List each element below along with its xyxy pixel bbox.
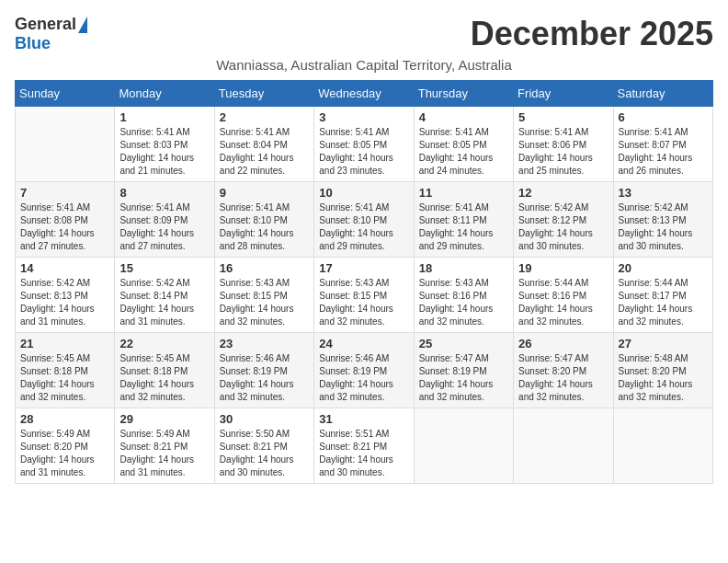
calendar-cell: 6Sunrise: 5:41 AM Sunset: 8:07 PM Daylig… — [613, 107, 712, 182]
calendar-cell: 15Sunrise: 5:42 AM Sunset: 8:14 PM Dayli… — [115, 258, 214, 333]
day-number: 15 — [119, 261, 209, 275]
day-info: Sunrise: 5:45 AM Sunset: 8:18 PM Dayligh… — [119, 352, 209, 404]
day-info: Sunrise: 5:42 AM Sunset: 8:12 PM Dayligh… — [518, 201, 608, 253]
day-number: 7 — [20, 186, 109, 200]
calendar-cell: 28Sunrise: 5:49 AM Sunset: 8:20 PM Dayli… — [16, 408, 115, 484]
day-number: 24 — [319, 337, 408, 350]
logo-general-text: General — [15, 15, 76, 34]
calendar-cell: 20Sunrise: 5:44 AM Sunset: 8:17 PM Dayli… — [613, 258, 712, 333]
header-day-friday: Friday — [514, 81, 613, 107]
calendar-header-row: SundayMondayTuesdayWednesdayThursdayFrid… — [16, 81, 713, 107]
header-day-tuesday: Tuesday — [214, 81, 313, 107]
calendar-cell: 23Sunrise: 5:46 AM Sunset: 8:19 PM Dayli… — [214, 333, 313, 408]
calendar-cell: 14Sunrise: 5:42 AM Sunset: 8:13 PM Dayli… — [16, 258, 115, 333]
day-info: Sunrise: 5:42 AM Sunset: 8:13 PM Dayligh… — [20, 277, 109, 328]
day-number: 6 — [619, 110, 708, 124]
day-number: 28 — [20, 412, 109, 426]
day-info: Sunrise: 5:46 AM Sunset: 8:19 PM Dayligh… — [319, 352, 408, 404]
day-info: Sunrise: 5:41 AM Sunset: 8:09 PM Dayligh… — [119, 201, 209, 253]
calendar-cell: 3Sunrise: 5:41 AM Sunset: 8:05 PM Daylig… — [314, 107, 414, 182]
day-info: Sunrise: 5:41 AM Sunset: 8:11 PM Dayligh… — [419, 201, 508, 253]
calendar-cell — [414, 408, 513, 484]
header: General Blue December 2025 — [15, 15, 713, 53]
calendar-cell — [514, 408, 613, 484]
calendar-cell: 4Sunrise: 5:41 AM Sunset: 8:05 PM Daylig… — [414, 107, 513, 182]
calendar-cell: 24Sunrise: 5:46 AM Sunset: 8:19 PM Dayli… — [314, 333, 414, 408]
day-info: Sunrise: 5:46 AM Sunset: 8:19 PM Dayligh… — [220, 352, 309, 404]
day-number: 10 — [319, 186, 408, 200]
header-day-sunday: Sunday — [16, 81, 115, 107]
day-info: Sunrise: 5:41 AM Sunset: 8:03 PM Dayligh… — [119, 126, 209, 178]
day-number: 20 — [619, 261, 708, 275]
day-info: Sunrise: 5:44 AM Sunset: 8:17 PM Dayligh… — [619, 277, 708, 328]
day-info: Sunrise: 5:47 AM Sunset: 8:19 PM Dayligh… — [419, 352, 508, 404]
calendar-cell: 26Sunrise: 5:47 AM Sunset: 8:20 PM Dayli… — [514, 333, 613, 408]
calendar-cell: 10Sunrise: 5:41 AM Sunset: 8:10 PM Dayli… — [314, 182, 414, 258]
day-number: 31 — [319, 412, 408, 426]
calendar-cell: 1Sunrise: 5:41 AM Sunset: 8:03 PM Daylig… — [115, 107, 214, 182]
header-day-monday: Monday — [115, 81, 214, 107]
day-info: Sunrise: 5:47 AM Sunset: 8:20 PM Dayligh… — [518, 352, 608, 404]
day-number: 18 — [419, 261, 508, 275]
day-number: 14 — [20, 261, 109, 275]
day-number: 30 — [220, 412, 309, 426]
day-info: Sunrise: 5:41 AM Sunset: 8:10 PM Dayligh… — [319, 201, 408, 253]
calendar-cell: 22Sunrise: 5:45 AM Sunset: 8:18 PM Dayli… — [115, 333, 214, 408]
header-day-saturday: Saturday — [613, 81, 712, 107]
header-day-wednesday: Wednesday — [314, 81, 414, 107]
calendar-cell: 17Sunrise: 5:43 AM Sunset: 8:15 PM Dayli… — [314, 258, 414, 333]
calendar-cell: 31Sunrise: 5:51 AM Sunset: 8:21 PM Dayli… — [314, 408, 414, 484]
day-number: 22 — [119, 337, 209, 350]
day-info: Sunrise: 5:49 AM Sunset: 8:21 PM Dayligh… — [119, 428, 209, 479]
day-info: Sunrise: 5:42 AM Sunset: 8:13 PM Dayligh… — [619, 201, 708, 253]
day-info: Sunrise: 5:41 AM Sunset: 8:07 PM Dayligh… — [619, 126, 708, 178]
day-info: Sunrise: 5:43 AM Sunset: 8:16 PM Dayligh… — [419, 277, 508, 328]
calendar-week-1: 1Sunrise: 5:41 AM Sunset: 8:03 PM Daylig… — [16, 107, 713, 182]
day-number: 8 — [119, 186, 209, 200]
calendar-week-4: 21Sunrise: 5:45 AM Sunset: 8:18 PM Dayli… — [16, 333, 713, 408]
day-number: 17 — [319, 261, 408, 275]
day-info: Sunrise: 5:43 AM Sunset: 8:15 PM Dayligh… — [319, 277, 408, 328]
calendar-week-5: 28Sunrise: 5:49 AM Sunset: 8:20 PM Dayli… — [16, 408, 713, 484]
day-number: 16 — [220, 261, 309, 275]
calendar-cell: 13Sunrise: 5:42 AM Sunset: 8:13 PM Dayli… — [613, 182, 712, 258]
day-info: Sunrise: 5:42 AM Sunset: 8:14 PM Dayligh… — [119, 277, 209, 328]
logo-blue-text: Blue — [15, 34, 51, 53]
calendar-week-2: 7Sunrise: 5:41 AM Sunset: 8:08 PM Daylig… — [16, 182, 713, 258]
header-day-thursday: Thursday — [414, 81, 513, 107]
month-title: December 2025 — [471, 15, 713, 53]
calendar-cell: 2Sunrise: 5:41 AM Sunset: 8:04 PM Daylig… — [214, 107, 313, 182]
calendar-cell: 16Sunrise: 5:43 AM Sunset: 8:15 PM Dayli… — [214, 258, 313, 333]
day-info: Sunrise: 5:48 AM Sunset: 8:20 PM Dayligh… — [619, 352, 708, 404]
logo: General Blue — [15, 15, 87, 53]
calendar-cell: 5Sunrise: 5:41 AM Sunset: 8:06 PM Daylig… — [514, 107, 613, 182]
day-number: 27 — [619, 337, 708, 350]
day-info: Sunrise: 5:41 AM Sunset: 8:04 PM Dayligh… — [220, 126, 309, 178]
day-number: 26 — [518, 337, 608, 350]
day-info: Sunrise: 5:51 AM Sunset: 8:21 PM Dayligh… — [319, 428, 408, 479]
calendar-cell: 12Sunrise: 5:42 AM Sunset: 8:12 PM Dayli… — [514, 182, 613, 258]
logo-icon — [78, 17, 87, 33]
day-number: 25 — [419, 337, 508, 350]
day-info: Sunrise: 5:41 AM Sunset: 8:08 PM Dayligh… — [20, 201, 109, 253]
day-number: 23 — [220, 337, 309, 350]
day-number: 2 — [220, 110, 309, 124]
day-number: 29 — [119, 412, 209, 426]
calendar-cell: 9Sunrise: 5:41 AM Sunset: 8:10 PM Daylig… — [214, 182, 313, 258]
day-info: Sunrise: 5:49 AM Sunset: 8:20 PM Dayligh… — [20, 428, 109, 479]
calendar-cell: 25Sunrise: 5:47 AM Sunset: 8:19 PM Dayli… — [414, 333, 513, 408]
calendar-cell: 11Sunrise: 5:41 AM Sunset: 8:11 PM Dayli… — [414, 182, 513, 258]
calendar-cell: 7Sunrise: 5:41 AM Sunset: 8:08 PM Daylig… — [16, 182, 115, 258]
day-number: 11 — [419, 186, 508, 200]
location-title: Wanniassa, Australian Capital Territory,… — [15, 57, 713, 73]
day-number: 19 — [518, 261, 608, 275]
day-number: 21 — [20, 337, 109, 350]
calendar-table: SundayMondayTuesdayWednesdayThursdayFrid… — [15, 80, 713, 484]
calendar-cell: 19Sunrise: 5:44 AM Sunset: 8:16 PM Dayli… — [514, 258, 613, 333]
calendar-week-3: 14Sunrise: 5:42 AM Sunset: 8:13 PM Dayli… — [16, 258, 713, 333]
day-number: 5 — [518, 110, 608, 124]
day-info: Sunrise: 5:41 AM Sunset: 8:06 PM Dayligh… — [518, 126, 608, 178]
calendar-cell: 27Sunrise: 5:48 AM Sunset: 8:20 PM Dayli… — [613, 333, 712, 408]
day-number: 12 — [518, 186, 608, 200]
calendar-cell: 8Sunrise: 5:41 AM Sunset: 8:09 PM Daylig… — [115, 182, 214, 258]
